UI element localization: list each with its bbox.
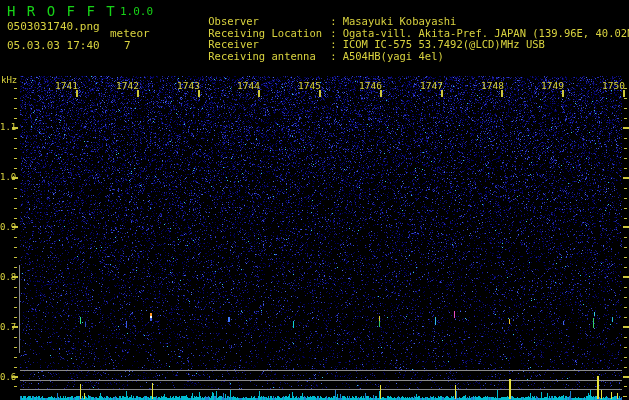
- hrofft-output-image: H R O F F T 1.0.0 0503031740.png meteor …: [0, 0, 629, 400]
- meteor-count: 7: [124, 39, 131, 52]
- info-separator: :: [330, 50, 336, 62]
- freq-tick-label: 0.7: [0, 323, 13, 332]
- time-tick-label: 1747: [417, 80, 443, 92]
- time-tick-label: 1750: [599, 80, 625, 92]
- time-tick-label: 1748: [478, 80, 504, 92]
- freq-tick-label: 0.6: [0, 373, 13, 382]
- time-tick-label: 1749: [538, 80, 564, 92]
- time-tick-label: 1746: [356, 80, 382, 92]
- time-tick-label: 1745: [295, 80, 321, 92]
- freq-tick-label: 0.9: [0, 223, 13, 232]
- info-label: Receiving antenna: [208, 50, 330, 62]
- freq-tick-label: 0.8: [0, 273, 13, 282]
- info-row-antenna: Receiving antenna:A504HB(yagi 4el): [183, 38, 444, 74]
- freq-tick-label: 1.0: [0, 173, 13, 182]
- app-version: 1.0.0: [120, 5, 153, 18]
- freq-axis-unit: kHz: [1, 75, 17, 85]
- time-tick-label: 1742: [113, 80, 139, 92]
- datetime-label: 05.03.03 17:40: [7, 39, 100, 52]
- output-filename: 0503031740.png: [7, 20, 100, 33]
- freq-tick-label: 1.1: [0, 123, 13, 132]
- app-title: H R O F F T: [7, 3, 116, 19]
- time-tick-label: 1741: [52, 80, 78, 92]
- time-tick-label: 1744: [234, 80, 260, 92]
- time-tick-label: 1743: [174, 80, 200, 92]
- info-value: A504HB(yagi 4el): [343, 50, 444, 62]
